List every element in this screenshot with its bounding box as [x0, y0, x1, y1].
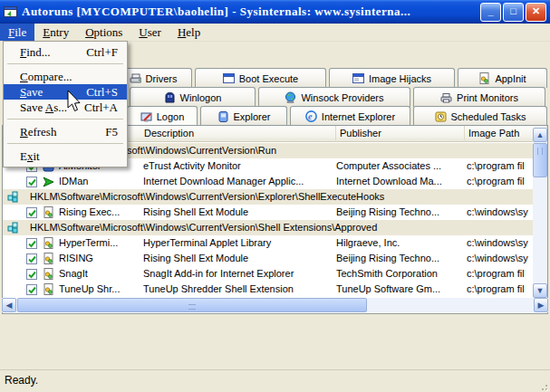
dll-icon	[43, 268, 54, 280]
file-menu-item-refresh[interactable]: RefreshF5	[4, 124, 127, 139]
horizontal-scrollbar[interactable]: ◀ ▶	[2, 298, 548, 312]
file-menu-item-save[interactable]: SaveCtrl+S	[4, 84, 127, 100]
entry-row-snagit[interactable]: SnagItSnagIt Add-in for Internet Explore…	[3, 266, 547, 282]
tab-boot-execute[interactable]: Boot Execute	[195, 68, 326, 88]
tab-label: Internet Explorer	[322, 111, 395, 122]
mouse-cursor	[67, 91, 85, 114]
entry-publisher: Internet Download Ma...	[336, 174, 463, 189]
green-arrow-icon	[43, 176, 54, 187]
menu-item-label: Refresh	[20, 124, 56, 139]
menu-entry[interactable]: Entry	[34, 24, 77, 41]
entry-description: SnagIt Add-in for Internet Explorer	[143, 266, 333, 282]
title-bar: Autoruns [MYCOMPUTER\baohelin] - Sysinte…	[0, 0, 550, 24]
minimize-button[interactable]: _	[480, 3, 501, 22]
resize-grip[interactable]	[537, 380, 549, 392]
scroll-right-button[interactable]: ▶	[534, 298, 548, 312]
tab-internet-explorer[interactable]: eInternet Explorer	[290, 106, 410, 126]
tab-image-hijacks[interactable]: Image Hijacks	[329, 68, 455, 88]
entry-row-hypertermi[interactable]: HyperTermi...HyperTerminal Applet Librar…	[3, 235, 547, 251]
registry-icon	[7, 191, 19, 203]
tab-label: Drivers	[146, 73, 178, 84]
tab-appinit[interactable]: AppInit	[458, 68, 547, 88]
menu-item-shortcut: Ctrl+S	[86, 84, 118, 100]
entry-name: Rising Exec...	[59, 205, 139, 220]
registry-group-row[interactable]: HKLM\Software\Microsoft\Windows\CurrentV…	[3, 220, 547, 235]
tab-winsock-providers[interactable]: Winsock Providers	[258, 87, 410, 107]
check-icon	[28, 286, 36, 294]
scroll-up-button[interactable]: ▲	[533, 128, 547, 142]
entry-publisher: Hilgraeve, Inc.	[336, 235, 463, 251]
menu-item-shortcut: Ctrl+F	[86, 44, 118, 60]
entry-row-tuneupshr[interactable]: TuneUp Shr...TuneUp Shredder Shell Exten…	[3, 282, 547, 297]
file-menu-item-find[interactable]: Find...Ctrl+F	[4, 44, 127, 60]
menu-file[interactable]: File	[0, 24, 34, 41]
tab-label: Boot Execute	[239, 73, 298, 84]
entry-publisher: Beijing Rising Techno...	[336, 251, 463, 266]
tab-label: AppInit	[495, 73, 526, 84]
close-button[interactable]: ✕	[526, 3, 546, 22]
scroll-down-button[interactable]: ▼	[533, 283, 547, 298]
registry-icon	[7, 222, 19, 234]
window-title: Autoruns [MYCOMPUTER\baohelin] - Sysinte…	[22, 5, 480, 19]
menu-item-label: Compare...	[20, 69, 72, 84]
tab-logon[interactable]: Logon	[127, 106, 198, 127]
check-icon	[28, 209, 36, 217]
entry-row-rising[interactable]: RISINGRising Shell Ext ModuleBeijing Ris…	[3, 251, 547, 266]
registry-key-path: HKLM\Software\Microsoft\Windows\CurrentV…	[30, 189, 384, 205]
vertical-scrollbar[interactable]: ▲ ▼	[533, 128, 547, 298]
printer-icon	[440, 91, 452, 103]
entry-image-path: c:\windows\sy	[467, 235, 534, 251]
entry-checkbox[interactable]	[26, 253, 37, 264]
vertical-scroll-thumb[interactable]	[533, 143, 547, 177]
menu-item-shortcut: F5	[105, 124, 118, 139]
entry-name: HyperTermi...	[59, 235, 139, 251]
entry-description: eTrust Activity Monitor	[143, 158, 333, 174]
file-menu-item-exit[interactable]: Exit	[4, 148, 127, 164]
entry-checkbox[interactable]	[26, 207, 37, 218]
horizontal-scroll-thumb[interactable]	[17, 298, 367, 312]
menu-user[interactable]: User	[130, 24, 169, 41]
logon-icon	[140, 111, 152, 123]
tab-print-monitors[interactable]: Print Monitors	[413, 87, 545, 107]
tab-label: Winlogon	[180, 92, 222, 103]
menu-help[interactable]: Help	[169, 24, 208, 41]
entry-checkbox[interactable]	[26, 238, 37, 249]
file-menu-dropdown: Find...Ctrl+FCompare...SaveCtrl+SSave As…	[3, 41, 128, 167]
check-icon	[28, 178, 36, 186]
status-text: Ready.	[5, 374, 38, 387]
dllpage-icon	[478, 72, 490, 84]
menu-item-shortcut: Ctrl+A	[84, 100, 118, 115]
entry-publisher: Beijing Rising Techno...	[336, 205, 463, 220]
menu-item-label: Exit	[20, 148, 40, 164]
tab-label: Print Monitors	[457, 92, 518, 103]
entry-image-path: c:\windows\sy	[467, 251, 534, 266]
entry-checkbox[interactable]	[26, 177, 37, 187]
entry-name: RISING	[59, 251, 139, 266]
tab-label: Explorer	[234, 111, 271, 122]
column-header-publisher[interactable]: Publisher	[336, 126, 465, 140]
tab-explorer[interactable]: Explorer	[200, 106, 287, 126]
entry-publisher: Computer Associates ...	[336, 158, 463, 174]
entry-row-idman[interactable]: IDManInternet Download Manager Applic...…	[3, 174, 547, 189]
entry-description: TuneUp Shredder Shell Extension	[143, 282, 333, 297]
tab-winlogon[interactable]: Winlogon	[130, 87, 256, 107]
maximize-button[interactable]: □	[503, 3, 524, 22]
entry-name: SnagIt	[59, 266, 139, 282]
column-header-description[interactable]: Description	[140, 126, 336, 140]
explorer-icon	[217, 110, 229, 122]
entry-checkbox[interactable]	[26, 284, 37, 295]
entry-row-risingexec[interactable]: Rising Exec...Rising Shell Ext ModuleBei…	[3, 205, 547, 220]
file-menu-item-compare[interactable]: Compare...	[4, 69, 127, 84]
scroll-left-button[interactable]: ◀	[2, 298, 16, 312]
tasks-icon	[435, 110, 447, 122]
dll-icon	[43, 237, 54, 249]
menu-options[interactable]: Options	[77, 24, 130, 41]
file-menu-item-saveas[interactable]: Save As...Ctrl+A	[4, 100, 127, 115]
tab-scheduled-tasks[interactable]: Scheduled Tasks	[413, 106, 547, 126]
entry-checkbox[interactable]	[26, 269, 37, 280]
winlogon-icon	[164, 91, 176, 103]
entry-image-path: c:\program fil	[467, 174, 534, 189]
registry-group-row[interactable]: HKLM\Software\Microsoft\Windows\CurrentV…	[3, 189, 547, 205]
dll-icon	[43, 253, 54, 264]
ie-icon: e	[305, 110, 317, 122]
